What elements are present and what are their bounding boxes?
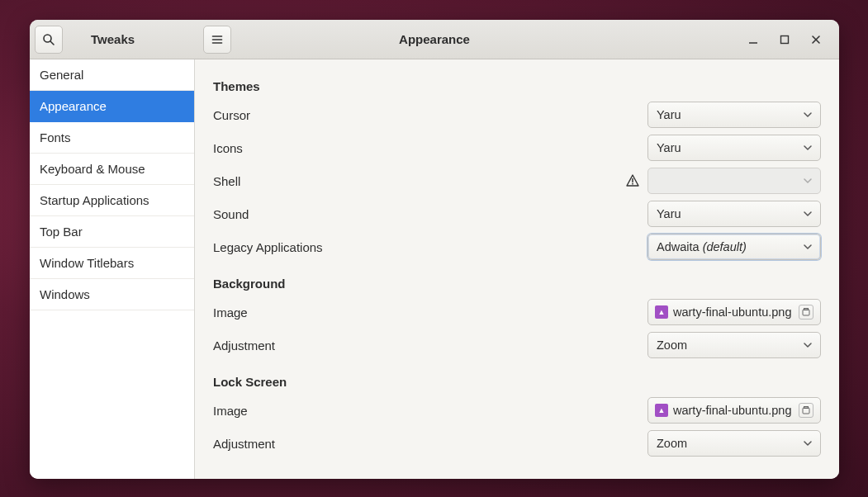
sidebar-item-keyboard-mouse[interactable]: Keyboard & Mouse <box>30 154 194 185</box>
svg-rect-13 <box>803 408 809 414</box>
file-open-icon <box>799 403 813 418</box>
sidebar-item-label: Keyboard & Mouse <box>40 162 145 176</box>
row-legacy: Legacy Applications Adwaita (default) <box>213 230 821 263</box>
sidebar-item-general[interactable]: General <box>30 59 194 91</box>
sidebar-item-startup-apps[interactable]: Startup Applications <box>30 185 194 216</box>
label-icons: Icons <box>213 141 243 155</box>
chevron-down-icon <box>804 211 812 216</box>
row-bg-adjustment: Adjustment Zoom <box>213 329 821 362</box>
combo-value: Zoom <box>657 338 687 352</box>
section-title-lockscreen: Lock Screen <box>213 375 821 389</box>
file-bg-image[interactable]: ▲ warty-final-ubuntu.png <box>647 299 821 325</box>
combo-shell <box>647 168 821 194</box>
svg-line-1 <box>50 41 54 45</box>
combo-value: Yaru <box>657 141 681 154</box>
sidebar-item-label: Window Titlebars <box>40 256 134 270</box>
combo-sound[interactable]: Yaru <box>647 201 821 227</box>
row-ls-image: Image ▲ warty-final-ubuntu.png <box>213 394 821 427</box>
combo-cursor[interactable]: Yaru <box>647 102 821 128</box>
image-thumb-icon: ▲ <box>655 305 668 319</box>
search-icon <box>42 33 55 46</box>
sidebar-item-label: Windows <box>40 287 90 301</box>
maximize-icon <box>780 35 790 45</box>
sidebar-item-window-titlebars[interactable]: Window Titlebars <box>30 248 194 279</box>
label-bg-adjustment: Adjustment <box>213 338 275 353</box>
label-sound: Sound <box>213 207 249 221</box>
main-panel: Themes Cursor Yaru Icons Yaru <box>195 59 839 479</box>
svg-point-10 <box>632 183 633 185</box>
content: General Appearance Fonts Keyboard & Mous… <box>30 59 839 479</box>
sidebar-item-label: Top Bar <box>40 225 83 239</box>
menu-button[interactable] <box>203 26 231 54</box>
combo-bg-adjustment[interactable]: Zoom <box>647 332 821 358</box>
chevron-down-icon <box>804 441 812 446</box>
sidebar-item-label: Appearance <box>40 99 107 113</box>
search-button[interactable] <box>35 26 63 54</box>
label-legacy: Legacy Applications <box>213 240 323 254</box>
chevron-down-icon <box>804 244 812 249</box>
row-sound: Sound Yaru <box>213 197 821 230</box>
tweaks-window: Tweaks Appearance <box>30 20 839 479</box>
combo-legacy[interactable]: Adwaita (default) <box>647 234 821 260</box>
sidebar-item-label: Startup Applications <box>40 193 149 207</box>
combo-value: Zoom <box>657 437 687 450</box>
sidebar-item-label: Fonts <box>40 130 71 144</box>
row-ls-adjustment: Adjustment Zoom <box>213 427 821 460</box>
label-ls-image: Image <box>213 404 248 418</box>
chevron-down-icon <box>804 112 812 117</box>
label-cursor: Cursor <box>213 108 250 122</box>
chevron-down-icon <box>804 343 812 348</box>
label-ls-adjustment: Adjustment <box>213 437 275 451</box>
chevron-down-icon <box>804 145 812 150</box>
sidebar-item-label: General <box>40 68 83 82</box>
svg-rect-11 <box>803 310 809 315</box>
row-bg-image: Image ▲ warty-final-ubuntu.png <box>213 296 821 329</box>
hamburger-icon <box>211 33 224 46</box>
sidebar-item-appearance[interactable]: Appearance <box>30 91 194 122</box>
minimize-button[interactable] <box>745 31 761 48</box>
combo-value: Adwaita (default) <box>657 240 747 253</box>
headerbar-left: Tweaks <box>35 26 200 54</box>
file-name: warty-final-ubuntu.png <box>673 305 794 319</box>
file-name: warty-final-ubuntu.png <box>673 404 794 417</box>
sidebar-item-top-bar[interactable]: Top Bar <box>30 216 194 248</box>
file-ls-image[interactable]: ▲ warty-final-ubuntu.png <box>647 397 821 424</box>
sidebar-item-windows[interactable]: Windows <box>30 279 194 310</box>
label-bg-image: Image <box>213 305 248 320</box>
minimize-icon <box>748 35 758 45</box>
image-thumb-icon: ▲ <box>655 404 668 417</box>
combo-icons[interactable]: Yaru <box>647 135 821 161</box>
file-open-icon <box>799 305 813 320</box>
section-title-themes: Themes <box>213 79 821 93</box>
close-icon <box>811 35 821 45</box>
maximize-button[interactable] <box>776 31 793 48</box>
svg-rect-6 <box>781 36 789 43</box>
combo-ls-adjustment[interactable]: Zoom <box>647 430 821 457</box>
row-shell: Shell <box>213 164 821 197</box>
window-controls <box>745 31 834 48</box>
sidebar-item-fonts[interactable]: Fonts <box>30 122 194 154</box>
sidebar: General Appearance Fonts Keyboard & Mous… <box>30 59 195 479</box>
row-cursor: Cursor Yaru <box>213 98 821 131</box>
chevron-down-icon <box>804 178 812 183</box>
app-title: Tweaks <box>91 32 135 46</box>
warning-icon <box>624 173 641 189</box>
close-button[interactable] <box>808 31 824 48</box>
section-title-background: Background <box>213 277 821 291</box>
headerbar: Tweaks Appearance <box>30 20 839 59</box>
row-icons: Icons Yaru <box>213 131 821 164</box>
combo-value: Yaru <box>657 207 681 220</box>
label-shell: Shell <box>213 174 240 188</box>
combo-value: Yaru <box>657 108 681 121</box>
